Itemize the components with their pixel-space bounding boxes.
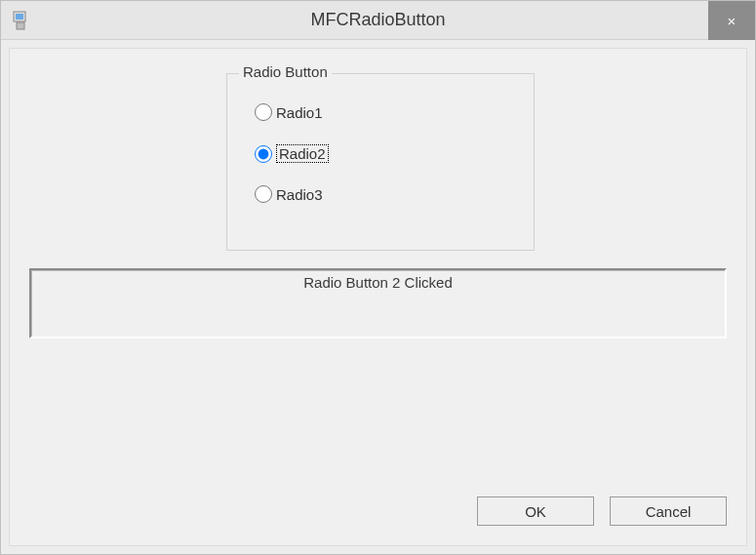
- radio-input-3[interactable]: [255, 185, 272, 203]
- svg-rect-1: [16, 14, 23, 20]
- close-icon: ×: [728, 13, 736, 29]
- status-panel: Radio Button 2 Clicked: [29, 268, 727, 338]
- cancel-button[interactable]: Cancel: [610, 496, 727, 526]
- radio-label-2: Radio2: [276, 144, 329, 163]
- status-text: Radio Button 2 Clicked: [303, 274, 453, 291]
- dialog-window: MFCRadioButton × Radio Button Radio1 Rad…: [0, 0, 756, 555]
- window-title: MFCRadioButton: [1, 10, 755, 30]
- close-button[interactable]: ×: [708, 1, 755, 40]
- client-area: Radio Button Radio1 Radio2 Radio3 Radio …: [9, 48, 747, 546]
- svg-rect-2: [17, 22, 24, 29]
- radio-option-2[interactable]: Radio2: [255, 144, 329, 163]
- radio-option-3[interactable]: Radio3: [255, 185, 323, 203]
- groupbox-caption: Radio Button: [239, 63, 332, 80]
- radio-label-1: Radio1: [276, 104, 323, 121]
- radio-option-1[interactable]: Radio1: [255, 103, 323, 121]
- radio-input-2[interactable]: [255, 145, 272, 163]
- radio-groupbox: Radio Button Radio1 Radio2 Radio3: [226, 73, 535, 251]
- radio-label-3: Radio3: [276, 186, 323, 203]
- title-bar: MFCRadioButton ×: [1, 1, 755, 40]
- app-icon: [11, 11, 30, 30]
- dialog-buttons: OK Cancel: [477, 496, 727, 526]
- ok-button[interactable]: OK: [477, 496, 594, 526]
- radio-input-1[interactable]: [255, 103, 272, 121]
